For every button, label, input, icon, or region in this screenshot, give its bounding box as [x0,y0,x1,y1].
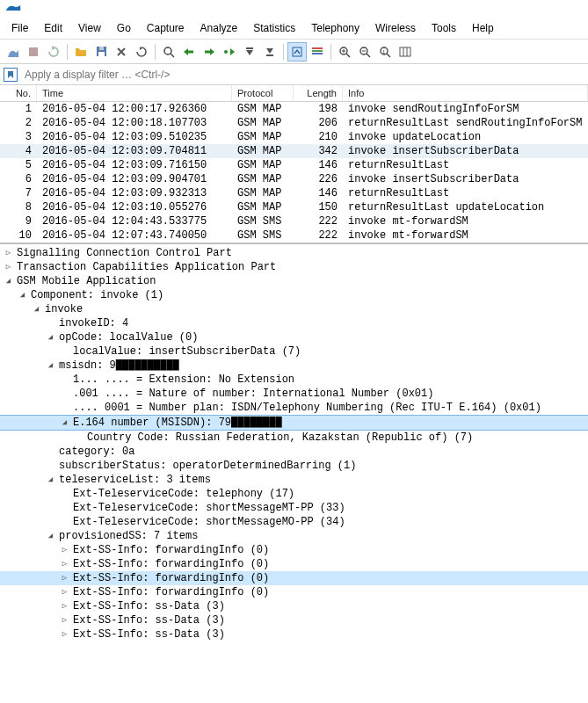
tree-teleservice-list[interactable]: ◢teleserviceList: 3 items [0,473,588,487]
packet-row[interactable]: 42016-05-04 12:03:09.704811GSM MAP342inv… [0,144,588,158]
tree-ss-info[interactable]: ▷Ext-SS-Info: forwardingInfo (0) [0,585,588,599]
tree-numberplan[interactable]: ·.... 0001 = Number plan: ISDN/Telephony… [0,401,588,415]
tree-component[interactable]: ◢Component: invoke (1) [0,288,588,302]
zoom-in-icon[interactable] [335,42,354,62]
svg-line-23 [387,54,390,57]
collapse-icon[interactable]: ◢ [4,277,13,286]
col-header-time[interactable]: Time [37,85,232,101]
colorize-icon[interactable] [308,42,327,62]
col-header-length[interactable]: Length [294,85,343,101]
reload-icon[interactable] [132,42,151,62]
menu-tools[interactable]: Tools [424,19,464,37]
tree-category[interactable]: ·category: 0a [0,445,588,459]
menu-telephony[interactable]: Telephony [303,19,367,37]
packet-row[interactable]: 82016-05-04 12:03:10.055276GSM MAP150ret… [0,200,588,214]
find-packet-icon[interactable] [159,42,178,62]
restart-capture-icon[interactable] [44,42,63,62]
tree-ss-info[interactable]: ▷Ext-SS-Info: forwardingInfo (0) [0,571,588,585]
go-forward-icon[interactable] [200,42,219,62]
tree-teleservice-item[interactable]: ·Ext-TeleserviceCode: shortMessageMT-PP … [0,501,588,515]
packet-row[interactable]: 52016-05-04 12:03:09.716150GSM MAP146ret… [0,158,588,172]
svg-point-4 [164,47,171,54]
expand-icon[interactable]: ▷ [60,546,69,555]
svg-rect-9 [246,47,253,49]
expand-icon[interactable]: ▷ [60,602,69,612]
tree-nature[interactable]: ·.001 .... = Nature of number: Internati… [0,387,588,401]
collapse-icon[interactable]: ◢ [32,305,41,315]
auto-scroll-icon[interactable] [287,42,307,62]
tree-msisdn[interactable]: ◢msisdn: 9██████████ [0,359,588,373]
zoom-out-icon[interactable] [355,42,374,62]
go-back-icon[interactable] [179,42,199,62]
collapse-icon[interactable]: ◢ [18,291,27,301]
packet-row[interactable]: 92016-05-04 12:04:43.533775GSM SMS222inv… [0,214,588,228]
tree-country-code[interactable]: ·Country Code: Russian Federation, Kazak… [0,431,588,445]
tree-tcap[interactable]: ▷Transaction Capabilities Application Pa… [0,260,588,274]
menu-capture[interactable]: Capture [139,19,192,37]
start-capture-icon[interactable] [4,42,23,62]
zoom-reset-icon[interactable]: 1 [375,42,395,62]
tree-opcode[interactable]: ◢opCode: localValue (0) [0,330,588,344]
expand-icon[interactable]: ▷ [4,249,13,258]
packet-row[interactable]: 22016-05-04 12:00:18.107703GSM MAP206ret… [0,116,588,130]
tree-ss-info[interactable]: ▷Ext-SS-Info: ss-Data (3) [0,599,588,613]
expand-icon[interactable]: ▷ [60,616,69,626]
packet-row[interactable]: 72016-05-04 12:03:09.932313GSM MAP146ret… [0,186,588,200]
menu-view[interactable]: View [70,19,109,37]
menu-file[interactable]: File [4,19,36,37]
tree-ss-info[interactable]: ▷Ext-SS-Info: ss-Data (3) [0,627,588,641]
tree-invokeid[interactable]: ·invokeID: 4 [0,316,588,330]
tree-gsm-map[interactable]: ◢GSM Mobile Application [0,274,588,288]
tree-ss-info[interactable]: ▷Ext-SS-Info: forwardingInfo (0) [0,557,588,571]
go-to-packet-icon[interactable] [220,42,239,62]
tree-provisioned-ss[interactable]: ◢provisionedSS: 7 items [0,529,588,543]
display-filter-input[interactable] [21,67,584,83]
packet-row[interactable]: 12016-05-04 12:00:17.926360GSM MAP198inv… [0,102,588,116]
tree-ss-info[interactable]: ▷Ext-SS-Info: ss-Data (3) [0,613,588,627]
close-file-icon[interactable] [112,42,131,62]
expand-icon[interactable]: ▷ [60,574,69,583]
menu-wireless[interactable]: Wireless [367,19,424,37]
expand-icon[interactable]: ▷ [60,630,69,640]
col-header-info[interactable]: Info [343,85,588,101]
collapse-icon[interactable]: ◢ [46,475,55,485]
menu-edit[interactable]: Edit [36,19,70,37]
tree-invoke[interactable]: ◢invoke [0,302,588,316]
collapse-icon[interactable]: ◢ [46,532,55,541]
packet-row[interactable]: 102016-05-04 12:07:43.740050GSM SMS222in… [0,228,588,243]
expand-icon[interactable]: ▷ [60,588,69,598]
menu-help[interactable]: Help [464,19,502,37]
tree-e164-msisdn[interactable]: ◢E.164 number (MSISDN): 79████████ [0,415,588,431]
collapse-icon[interactable]: ◢ [46,333,55,343]
packet-list-header[interactable]: No. Time Protocol Length Info [0,85,588,102]
collapse-icon[interactable]: ◢ [46,361,55,371]
menu-statistics[interactable]: Statistics [245,19,303,37]
tree-sccp[interactable]: ▷Signalling Connection Control Part [0,246,588,260]
svg-rect-7 [205,50,211,53]
menu-go[interactable]: Go [109,19,139,37]
tree-subscriber-status[interactable]: ·subscriberStatus: operatorDeterminedBar… [0,459,588,473]
go-first-icon[interactable] [240,42,259,62]
tree-ss-info[interactable]: ▷Ext-SS-Info: forwardingInfo (0) [0,543,588,557]
tree-teleservice-item[interactable]: ·Ext-TeleserviceCode: shortMessageMO-PP … [0,515,588,529]
col-header-no[interactable]: No. [0,85,37,101]
go-last-icon[interactable] [260,42,279,62]
tree-localvalue[interactable]: ·localValue: insertSubscriberData (7) [0,344,588,359]
packet-list: No. Time Protocol Length Info 12016-05-0… [0,85,588,244]
col-header-protocol[interactable]: Protocol [232,85,294,101]
stop-capture-icon[interactable] [24,42,43,62]
svg-rect-3 [99,47,104,50]
expand-icon[interactable]: ▷ [60,560,69,569]
resize-columns-icon[interactable] [396,42,415,62]
save-file-icon[interactable] [91,42,111,62]
filter-bookmark-icon[interactable] [4,68,18,82]
collapse-icon[interactable]: ◢ [60,418,69,428]
tree-teleservice-item[interactable]: ·Ext-TeleserviceCode: telephony (17) [0,487,588,501]
menu-analyze[interactable]: Analyze [192,19,246,37]
tree-extension[interactable]: ·1... .... = Extension: No Extension [0,373,588,387]
packet-row[interactable]: 62016-05-04 12:03:09.904701GSM MAP226inv… [0,172,588,186]
expand-icon[interactable]: ▷ [4,263,13,272]
svg-line-16 [346,54,350,57]
packet-row[interactable]: 32016-05-04 12:03:09.510235GSM MAP210inv… [0,130,588,144]
open-file-icon[interactable] [71,42,91,62]
